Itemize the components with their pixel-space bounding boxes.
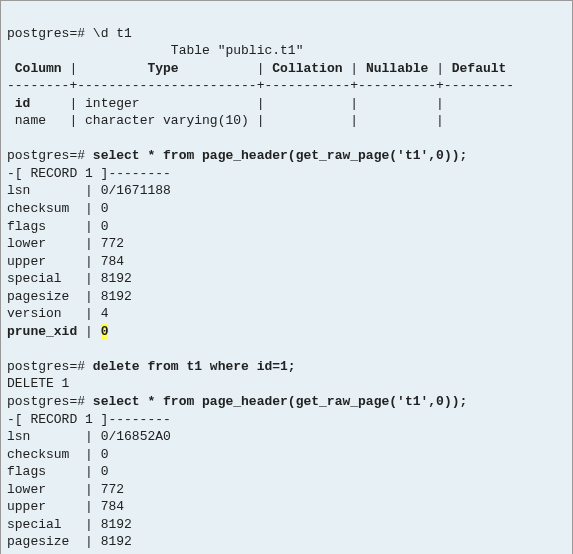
col-id-name: id: [15, 96, 31, 111]
prompt: postgres=#: [7, 148, 85, 163]
lbl-checksum: checksum: [7, 447, 69, 462]
prompt: postgres=#: [7, 359, 85, 374]
lbl-pagesize: pagesize: [7, 534, 69, 549]
hdr-nullable: Nullable: [366, 61, 428, 76]
cmd-describe: \d t1: [93, 26, 132, 41]
val-lsn1: 0/1671188: [101, 183, 171, 198]
hdr-column: Column: [15, 61, 62, 76]
cmd-select1: select * from page_header(get_raw_page('…: [93, 148, 467, 163]
lbl-special: special: [7, 271, 62, 286]
lbl-special: special: [7, 517, 62, 532]
prompt: postgres=#: [7, 26, 85, 41]
val-upper2: 784: [101, 499, 124, 514]
val-flags1: 0: [101, 219, 109, 234]
hdr-type: Type: [147, 61, 178, 76]
val-upper1: 784: [101, 254, 124, 269]
lbl-prunexid: prune_xid: [7, 324, 77, 339]
val-lower2: 772: [101, 482, 124, 497]
val-version1: 4: [101, 306, 109, 321]
hdr-default: Default: [452, 61, 507, 76]
cmd-select2: select * from page_header(get_raw_page('…: [93, 394, 467, 409]
lbl-checksum: checksum: [7, 201, 69, 216]
lbl-lower: lower: [7, 482, 46, 497]
val-checksum2: 0: [101, 447, 109, 462]
cmd-delete: delete from t1 where id=1;: [93, 359, 296, 374]
lbl-lsn: lsn: [7, 183, 30, 198]
val-flags2: 0: [101, 464, 109, 479]
lbl-pagesize: pagesize: [7, 289, 69, 304]
table-title: Table "public.t1": [171, 43, 304, 58]
col-name-name: name: [15, 113, 46, 128]
lbl-version: version: [7, 306, 62, 321]
val-special2: 8192: [101, 517, 132, 532]
header-rule: --------+-----------------------+-------…: [7, 78, 514, 93]
val-checksum1: 0: [101, 201, 109, 216]
lbl-upper: upper: [7, 254, 46, 269]
hdr-collation: Collation: [272, 61, 342, 76]
record-header: -[ RECORD 1 ]--------: [7, 412, 171, 427]
lbl-flags: flags: [7, 464, 46, 479]
lbl-lsn: lsn: [7, 429, 30, 444]
val-pagesize2: 8192: [101, 534, 132, 549]
val-prunexid1: 0: [101, 324, 109, 339]
lbl-upper: upper: [7, 499, 46, 514]
col-name-type: character varying(10): [85, 113, 249, 128]
prompt: postgres=#: [7, 394, 85, 409]
col-id-type: integer: [85, 96, 140, 111]
record-header: -[ RECORD 1 ]--------: [7, 166, 171, 181]
val-special1: 8192: [101, 271, 132, 286]
terminal-output: postgres=# \d t1 Table "public.t1" Colum…: [7, 7, 566, 554]
delete-result: DELETE 1: [7, 376, 69, 391]
lbl-lower: lower: [7, 236, 46, 251]
val-lsn2: 0/16852A0: [101, 429, 171, 444]
val-pagesize1: 8192: [101, 289, 132, 304]
val-lower1: 772: [101, 236, 124, 251]
lbl-flags: flags: [7, 219, 46, 234]
